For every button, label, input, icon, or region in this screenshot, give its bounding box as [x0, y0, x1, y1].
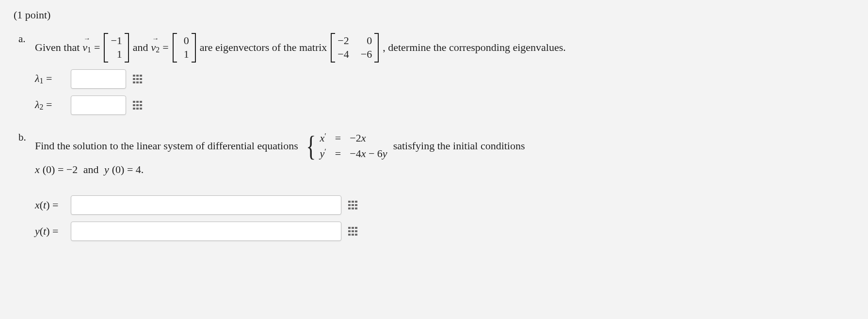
- svg-rect-14: [140, 104, 142, 106]
- yt-row: y(t) =: [35, 222, 854, 241]
- svg-rect-11: [140, 101, 142, 103]
- text-given-that: Given that: [35, 41, 80, 54]
- v1-entry-2: 1: [111, 48, 122, 61]
- problem-page: (1 point) Given that → v1 = −1 1: [0, 0, 868, 319]
- vector-v2: 0 1: [173, 33, 196, 63]
- sys-r1-rhs: −2x: [350, 132, 387, 144]
- svg-rect-32: [355, 230, 357, 232]
- svg-rect-25: [352, 207, 354, 209]
- lambda1-row: λ1 =: [35, 69, 854, 89]
- sys-r1-lhs: x′: [320, 131, 326, 144]
- ic-text: x: [35, 163, 40, 176]
- parts-list: Given that → v1 = −1 1 and →: [14, 33, 854, 257]
- points-label: (1 point): [14, 9, 50, 21]
- part-b-statement: Find the solution to the linear system o…: [35, 131, 854, 160]
- svg-rect-18: [348, 201, 351, 203]
- svg-rect-7: [136, 81, 139, 83]
- arrow-icon: →: [152, 35, 159, 43]
- equals-sign: =: [94, 41, 100, 54]
- v2-entry-1: 0: [179, 34, 189, 47]
- part-a-statement: Given that → v1 = −1 1 and →: [35, 33, 854, 63]
- sys-r2-lhs: y′: [320, 147, 326, 160]
- svg-rect-31: [352, 230, 354, 232]
- svg-rect-3: [133, 78, 135, 80]
- A-entry-12: 0: [361, 34, 372, 47]
- keypad-icon[interactable]: [131, 98, 145, 112]
- ode-system: { x′ = −2x y′ = −4x − 6y: [304, 131, 387, 160]
- svg-rect-28: [352, 227, 354, 229]
- v2-entry-2: 1: [179, 48, 189, 61]
- keypad-icon[interactable]: [346, 198, 360, 212]
- initial-conditions: x(0) = −2 and y(0) = 4.: [35, 163, 854, 176]
- equals-sign: =: [162, 41, 168, 54]
- keypad-icon[interactable]: [346, 224, 360, 238]
- xt-input[interactable]: [71, 195, 341, 215]
- svg-rect-22: [352, 204, 354, 206]
- part-a: Given that → v1 = −1 1 and →: [35, 33, 854, 115]
- xt-row: x(t) =: [35, 195, 854, 215]
- svg-rect-15: [133, 108, 135, 110]
- svg-rect-17: [140, 108, 142, 110]
- svg-rect-33: [348, 234, 351, 236]
- svg-rect-1: [136, 75, 139, 77]
- sys-r1-eq: =: [335, 132, 341, 144]
- svg-rect-0: [133, 75, 135, 77]
- text-are-eigenvectors: are eigenvectors of the matrix: [200, 41, 327, 54]
- svg-rect-19: [352, 201, 354, 203]
- matrix-A: −2 0 −4 −6: [331, 33, 379, 63]
- svg-rect-2: [140, 75, 142, 77]
- [interactable]: [71, 222, 341, 241]
- lambda2-label: λ2 =: [35, 98, 66, 112]
- vector-v1: −1 1: [104, 33, 129, 63]
- vector-v2-symbol: → v2: [151, 41, 160, 54]
- svg-rect-13: [136, 104, 139, 106]
- lambda2-input[interactable]: [71, 96, 126, 115]
- lambda2-row: λ2 =: [35, 96, 854, 115]
- v1-entry-1: −1: [111, 34, 122, 47]
- svg-rect-16: [136, 108, 139, 110]
- svg-rect-34: [352, 234, 354, 236]
- svg-rect-26: [355, 207, 357, 209]
- yt-label: y(t) =: [35, 225, 66, 238]
- keypad-icon[interactable]: [131, 72, 145, 86]
- A-entry-22: −6: [361, 48, 372, 61]
- A-entry-11: −2: [338, 34, 349, 47]
- text-determine: , determine the corresponding eigenvalue…: [383, 41, 566, 54]
- svg-rect-8: [140, 81, 142, 83]
- svg-rect-21: [348, 204, 351, 206]
- A-entry-21: −4: [338, 48, 349, 61]
- svg-rect-23: [355, 204, 357, 206]
- svg-rect-29: [355, 227, 357, 229]
- text-satisfying: satisfying the initial conditions: [393, 140, 525, 152]
- points-header: (1 point): [14, 9, 854, 21]
- svg-rect-12: [133, 104, 135, 106]
- lambda1-input[interactable]: [71, 69, 126, 89]
- svg-rect-24: [348, 207, 351, 209]
- part-b: Find the solution to the linear system o…: [35, 131, 854, 241]
- svg-rect-30: [348, 230, 351, 232]
- svg-rect-5: [140, 78, 142, 80]
- text-and: and: [133, 41, 148, 54]
- svg-rect-10: [136, 101, 139, 103]
- brace-icon: {: [306, 131, 316, 160]
- sys-r2-rhs: −4x − 6y: [350, 147, 387, 160]
- arrow-icon: →: [83, 35, 90, 43]
- sys-r2-eq: =: [335, 147, 341, 160]
- svg-rect-9: [133, 101, 135, 103]
- svg-rect-20: [355, 201, 357, 203]
- svg-rect-35: [355, 234, 357, 236]
- xt-label: x(t) =: [35, 199, 66, 211]
- svg-rect-6: [133, 81, 135, 83]
- svg-rect-27: [348, 227, 351, 229]
- svg-rect-4: [136, 78, 139, 80]
- text-find-solution: Find the solution to the linear system o…: [35, 140, 298, 152]
- lambda1-label: λ1 =: [35, 72, 66, 85]
- vector-v1-symbol: → v1: [82, 41, 91, 54]
